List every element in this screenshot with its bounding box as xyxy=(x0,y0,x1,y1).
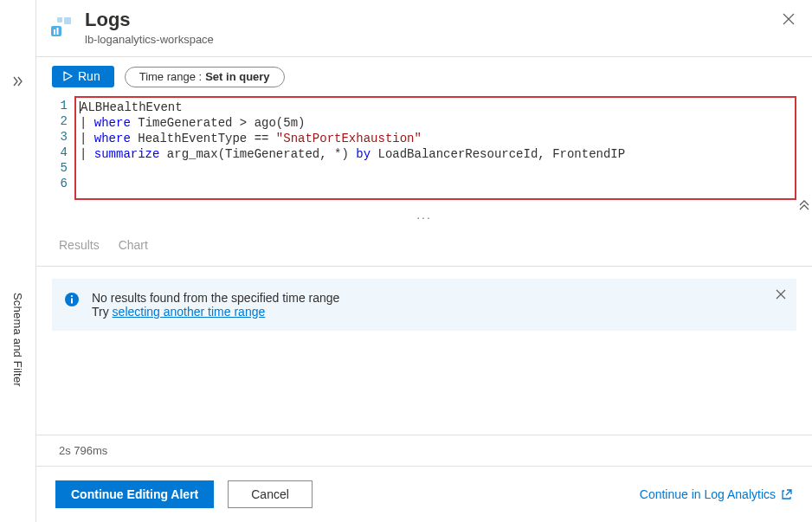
collapse-editor-button[interactable] xyxy=(798,198,810,213)
query-duration: 2s 796ms xyxy=(59,444,107,457)
code-area[interactable]: ALBHealthEvent| where TimeGenerated > ag… xyxy=(74,96,796,200)
results-tabs: Results Chart xyxy=(36,229,812,267)
svg-rect-1 xyxy=(54,29,55,35)
time-range-selector[interactable]: Time range : Set in query xyxy=(125,67,285,87)
line-number-gutter: 123456 xyxy=(52,96,74,200)
close-button[interactable] xyxy=(783,12,795,28)
line-number: 2 xyxy=(52,113,68,129)
line-number: 4 xyxy=(52,145,68,160)
chevron-up-double-icon xyxy=(798,198,810,210)
tab-results[interactable]: Results xyxy=(59,233,100,257)
logs-icon xyxy=(48,14,74,40)
cancel-button[interactable]: Cancel xyxy=(228,480,313,508)
svg-rect-6 xyxy=(71,299,73,304)
line-number: 6 xyxy=(52,176,68,191)
time-range-label: Time range : xyxy=(139,70,203,83)
svg-rect-0 xyxy=(51,26,61,36)
editor-resize-handle[interactable]: ··· xyxy=(36,205,812,229)
chevron-right-double-icon xyxy=(12,75,24,87)
continue-la-label: Continue in Log Analytics xyxy=(640,487,776,501)
footer: Continue Editing Alert Cancel Continue i… xyxy=(36,466,812,522)
line-number: 3 xyxy=(52,129,68,145)
toolbar: Run Time range : Set in query xyxy=(36,57,812,96)
external-link-icon xyxy=(781,488,793,500)
code-line[interactable]: | where TimeGenerated > ago(5m) xyxy=(80,115,789,131)
code-line[interactable] xyxy=(80,177,789,193)
svg-point-7 xyxy=(71,295,73,297)
left-rail: Schema and Filter xyxy=(0,0,36,522)
line-number: 5 xyxy=(52,160,68,176)
svg-rect-3 xyxy=(64,17,71,24)
run-label: Run xyxy=(78,69,100,83)
code-line[interactable]: | where HealthEventType == "SnatPortExha… xyxy=(80,131,789,146)
results-body xyxy=(36,343,812,435)
play-icon xyxy=(62,71,73,81)
time-range-value: Set in query xyxy=(205,70,269,83)
tab-chart[interactable]: Chart xyxy=(119,233,148,257)
info-try-text: Try xyxy=(92,305,113,319)
code-line[interactable]: ALBHealthEvent xyxy=(80,100,789,115)
svg-rect-4 xyxy=(57,17,62,23)
close-icon xyxy=(776,289,786,300)
header: Logs lb-loganalytics-workspace xyxy=(36,0,812,57)
select-another-time-range-link[interactable]: selecting another time range xyxy=(113,305,266,319)
page-title: Logs xyxy=(85,9,793,31)
workspace-name: lb-loganalytics-workspace xyxy=(85,33,793,46)
status-bar: 2s 796ms xyxy=(36,435,812,466)
info-icon xyxy=(64,292,80,310)
continue-editing-alert-button[interactable]: Continue Editing Alert xyxy=(55,480,214,508)
close-icon xyxy=(783,13,795,25)
dismiss-banner-button[interactable] xyxy=(776,287,786,302)
code-line[interactable] xyxy=(80,162,789,177)
info-message: No results found from the specified time… xyxy=(92,291,339,305)
schema-filter-tab[interactable]: Schema and Filter xyxy=(11,293,24,387)
query-editor[interactable]: 123456 ALBHealthEvent| where TimeGenerat… xyxy=(36,96,812,205)
line-number: 1 xyxy=(52,98,68,113)
code-line[interactable]: | summarize arg_max(TimeGenerated, *) by… xyxy=(80,146,789,162)
svg-rect-2 xyxy=(57,28,59,35)
expand-rail-button[interactable] xyxy=(12,69,24,93)
continue-in-log-analytics-link[interactable]: Continue in Log Analytics xyxy=(640,487,793,501)
info-banner: No results found from the specified time… xyxy=(52,279,796,331)
run-button[interactable]: Run xyxy=(52,66,114,87)
